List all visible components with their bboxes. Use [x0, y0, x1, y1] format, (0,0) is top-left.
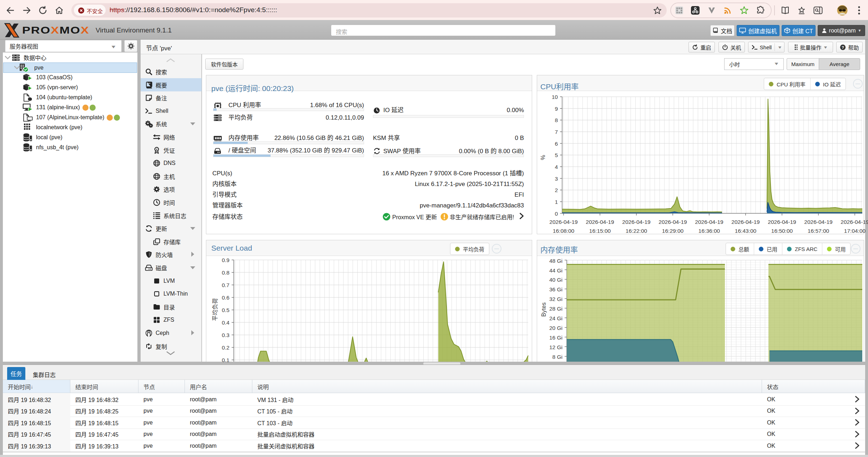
svg-text:0.7: 0.7: [222, 282, 229, 288]
svg-text:2026-04-19: 2026-04-19: [658, 219, 687, 225]
svg-text:48 Gi: 48 Gi: [549, 258, 562, 264]
svg-text:40 Gi: 40 Gi: [549, 277, 562, 283]
svg-text:6: 6: [555, 141, 558, 147]
svg-text:Bytes: Bytes: [541, 302, 547, 317]
svg-text:2026-04-19: 2026-04-19: [841, 219, 868, 225]
svg-text:16:43:00: 16:43:00: [735, 228, 757, 234]
svg-text:16:57:00: 16:57:00: [808, 228, 829, 234]
svg-text:0.9: 0.9: [222, 257, 229, 263]
svg-text:2026-04-19: 2026-04-19: [586, 219, 614, 225]
svg-text:32 Gi: 32 Gi: [549, 296, 562, 302]
svg-text:28 Gi: 28 Gi: [549, 306, 562, 312]
svg-text:36 Gi: 36 Gi: [549, 286, 562, 292]
svg-text:2026-04-19: 2026-04-19: [622, 219, 650, 225]
svg-text:2: 2: [555, 187, 558, 193]
svg-text:0.6: 0.6: [222, 295, 229, 301]
svg-text:16:36:00: 16:36:00: [698, 228, 720, 234]
svg-text:2026-04-19: 2026-04-19: [731, 219, 760, 225]
svg-text:24 Gi: 24 Gi: [549, 315, 562, 321]
svg-text:4: 4: [555, 164, 558, 170]
svg-text:2026-04-19: 2026-04-19: [695, 219, 723, 225]
svg-text:16:08:00: 16:08:00: [553, 228, 575, 234]
svg-text:2026-04-19: 2026-04-19: [804, 219, 832, 225]
svg-text:20 Gi: 20 Gi: [549, 325, 562, 331]
svg-text:17:04:00: 17:04:00: [844, 228, 866, 234]
svg-text:16:50:00: 16:50:00: [771, 228, 793, 234]
svg-text:16:15:00: 16:15:00: [589, 228, 611, 234]
svg-text:12 Gi: 12 Gi: [549, 344, 562, 350]
svg-text:10: 10: [552, 94, 558, 100]
svg-text:0: 0: [555, 211, 558, 217]
svg-text:16 Gi: 16 Gi: [549, 335, 562, 341]
svg-text:0.4: 0.4: [222, 320, 229, 326]
svg-text:7: 7: [555, 129, 558, 135]
svg-text:16:29:00: 16:29:00: [662, 228, 684, 234]
svg-text:?: ?: [842, 45, 844, 49]
svg-text:平均负荷: 平均负荷: [212, 298, 218, 321]
svg-text:16:22:00: 16:22:00: [626, 228, 647, 234]
svg-text:0.3: 0.3: [222, 332, 229, 338]
svg-text:8 Gi: 8 Gi: [552, 354, 562, 360]
svg-text:2026-04-19: 2026-04-19: [768, 219, 796, 225]
svg-text:1: 1: [555, 199, 558, 205]
svg-text:9: 9: [555, 106, 558, 112]
svg-text:2026-04-19: 2026-04-19: [549, 219, 577, 225]
svg-text:8: 8: [555, 117, 558, 123]
svg-text:0.5: 0.5: [222, 307, 229, 313]
svg-text:0.1: 0.1: [222, 357, 229, 363]
svg-text:%: %: [540, 155, 546, 160]
svg-text:0.8: 0.8: [222, 270, 229, 276]
svg-text:5: 5: [555, 152, 558, 158]
svg-text:0.2: 0.2: [222, 345, 229, 351]
svg-text:3: 3: [555, 176, 558, 182]
svg-text:44 Gi: 44 Gi: [549, 267, 562, 273]
